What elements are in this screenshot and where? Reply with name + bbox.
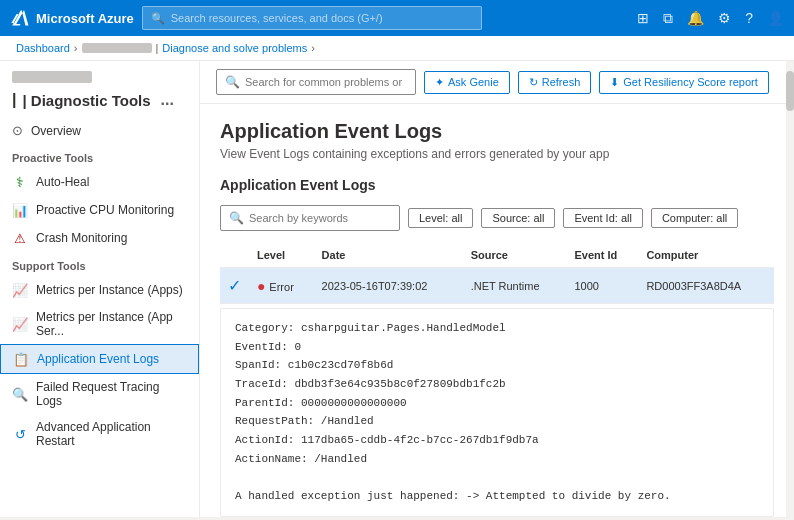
sidebar-resource-header: [0, 61, 199, 87]
breadcrumb-sep-2: |: [156, 42, 159, 54]
row-level-cell: ● Error: [249, 268, 314, 304]
filter-search-icon: 🔍: [229, 211, 244, 225]
sidebar-support-section: Support Tools: [0, 252, 199, 276]
sidebar-resource-blurred: [12, 71, 92, 83]
azure-logo-icon: [10, 8, 30, 28]
log-table: Level Date Source Event Id Computer ✓ ●: [220, 243, 774, 304]
sidebar-item-failed-request[interactable]: 🔍 Failed Request Tracing Logs: [0, 374, 199, 414]
heal-icon: ⚕: [12, 174, 28, 190]
overview-icon: ⊙: [12, 123, 23, 138]
detail-line-6: RequestPath: /Handled: [235, 412, 759, 431]
content-scrollbar[interactable]: [786, 61, 794, 517]
error-level-icon: ●: [257, 278, 269, 294]
table-header-row: Level Date Source Event Id Computer: [220, 243, 774, 268]
row-source-cell: .NET Runtime: [463, 268, 567, 304]
filter-source[interactable]: Source: all: [481, 208, 555, 228]
col-source[interactable]: Source: [463, 243, 567, 268]
log-detail-panel: Category: csharpguitar.Pages.HandledMode…: [220, 308, 774, 517]
title-ellipsis[interactable]: ...: [161, 91, 174, 109]
row-computer-cell: RD0003FF3A8D4A: [638, 268, 774, 304]
sidebar-item-crash-monitoring[interactable]: ⚠ Crash Monitoring: [0, 224, 199, 252]
col-event-id[interactable]: Event Id: [566, 243, 638, 268]
resiliency-button[interactable]: ⬇ Get Resiliency Score report: [599, 71, 769, 94]
grid-nav-icon[interactable]: ⊞: [637, 10, 649, 26]
row-check-cell: ✓: [220, 268, 249, 304]
toolbar-search-input[interactable]: [245, 76, 405, 88]
table-row[interactable]: ✓ ● Error 2023-05-16T07:39:02 .NET Runti…: [220, 268, 774, 304]
user-nav-icon[interactable]: 👤: [767, 10, 784, 26]
req-icon: 🔍: [12, 386, 28, 402]
col-date[interactable]: Date: [314, 243, 463, 268]
restart-icon: ↺: [12, 426, 28, 442]
sidebar-item-overview[interactable]: ⊙ Overview: [0, 117, 199, 144]
main-layout: | | Diagnostic Tools ... ⊙ Overview Proa…: [0, 61, 794, 517]
refresh-button[interactable]: ↻ Refresh: [518, 71, 592, 94]
sidebar-item-metrics-apps[interactable]: 📈 Metrics per Instance (Apps): [0, 276, 199, 304]
detail-line-4: TraceId: dbdb3f3e64c935b8c0f27809bdb1fc2…: [235, 375, 759, 394]
breadcrumb-sep-3: ›: [311, 42, 315, 54]
page-subtitle: View Event Logs containing exceptions an…: [220, 147, 774, 161]
breadcrumb-sep-1: ›: [74, 42, 78, 54]
filter-event-id[interactable]: Event Id: all: [563, 208, 642, 228]
sidebar-item-advanced-restart[interactable]: ↺ Advanced Application Restart: [0, 414, 199, 454]
col-check: [220, 243, 249, 268]
sidebar-item-application-event-logs[interactable]: 📋 Application Event Logs: [0, 344, 199, 374]
chart-appser-icon: 📈: [12, 316, 28, 332]
breadcrumb-resource-blurred: [82, 43, 152, 53]
row-check-icon: ✓: [228, 277, 241, 294]
nav-icon-group: ⊞ ⧉ 🔔 ⚙ ? 👤: [637, 10, 784, 27]
breadcrumb: Dashboard › | Diagnose and solve problem…: [0, 36, 794, 61]
row-date-cell: 2023-05-16T07:39:02: [314, 268, 463, 304]
cpu-icon: 📊: [12, 202, 28, 218]
copy-nav-icon[interactable]: ⧉: [663, 10, 673, 27]
chart-apps-icon: 📈: [12, 282, 28, 298]
filter-bar: 🔍 Level: all Source: all Event Id: all C…: [220, 205, 774, 231]
content-area: 🔍 ✦ Ask Genie ↻ Refresh ⬇ Get Resiliency…: [200, 61, 794, 517]
toolbar-search-box[interactable]: 🔍: [216, 69, 416, 95]
detail-line-spacer: [235, 469, 759, 488]
log-icon: 📋: [13, 351, 29, 367]
azure-brand: Microsoft Azure: [10, 8, 134, 28]
detail-line-2: EventId: 0: [235, 338, 759, 357]
refresh-icon: ↻: [529, 76, 538, 89]
filter-computer[interactable]: Computer: all: [651, 208, 738, 228]
settings-nav-icon[interactable]: ⚙: [718, 10, 731, 26]
detail-line-3: SpanId: c1b0c23cd70f8b6d: [235, 356, 759, 375]
filter-level[interactable]: Level: all: [408, 208, 473, 228]
page-title: Application Event Logs: [220, 120, 774, 143]
filter-search-input[interactable]: [249, 212, 379, 224]
bell-nav-icon[interactable]: 🔔: [687, 10, 704, 26]
detail-line-7: ActionId: 117dba65-cddb-4f2c-b7cc-267db1…: [235, 431, 759, 450]
col-computer[interactable]: Computer: [638, 243, 774, 268]
sidebar-item-proactive-cpu[interactable]: 📊 Proactive CPU Monitoring: [0, 196, 199, 224]
row-event-id-cell: 1000: [566, 268, 638, 304]
detail-line-9: A handled exception just happened: -> At…: [235, 487, 759, 506]
global-search-bar[interactable]: 🔍 Search resources, services, and docs (…: [142, 6, 482, 30]
ask-genie-button[interactable]: ✦ Ask Genie: [424, 71, 510, 94]
sidebar-item-auto-heal[interactable]: ⚕ Auto-Heal: [0, 168, 199, 196]
sidebar-item-metrics-appser[interactable]: 📈 Metrics per Instance (App Ser...: [0, 304, 199, 344]
help-nav-icon[interactable]: ?: [745, 10, 753, 26]
top-navigation: Microsoft Azure 🔍 Search resources, serv…: [0, 0, 794, 36]
content-body: Application Event Logs View Event Logs c…: [200, 104, 794, 517]
content-scrollbar-thumb: [786, 71, 794, 111]
breadcrumb-diagnose[interactable]: Diagnose and solve problems: [162, 42, 307, 54]
detail-line-1: Category: csharpguitar.Pages.HandledMode…: [235, 319, 759, 338]
toolbar-search-icon: 🔍: [225, 75, 240, 89]
sidebar: | | Diagnostic Tools ... ⊙ Overview Proa…: [0, 61, 200, 517]
breadcrumb-dashboard[interactable]: Dashboard: [16, 42, 70, 54]
col-level[interactable]: Level: [249, 243, 314, 268]
genie-icon: ✦: [435, 76, 444, 89]
detail-line-5: ParentId: 0000000000000000: [235, 394, 759, 413]
download-icon: ⬇: [610, 76, 619, 89]
content-toolbar: 🔍 ✦ Ask Genie ↻ Refresh ⬇ Get Resiliency…: [200, 61, 794, 104]
filter-search-box[interactable]: 🔍: [220, 205, 400, 231]
detail-line-8: ActionName: /Handled: [235, 450, 759, 469]
crash-icon: ⚠: [12, 230, 28, 246]
section-heading: Application Event Logs: [220, 177, 774, 193]
sidebar-proactive-section: Proactive Tools: [0, 144, 199, 168]
diagnostic-tools-title: | | Diagnostic Tools ...: [0, 87, 199, 117]
